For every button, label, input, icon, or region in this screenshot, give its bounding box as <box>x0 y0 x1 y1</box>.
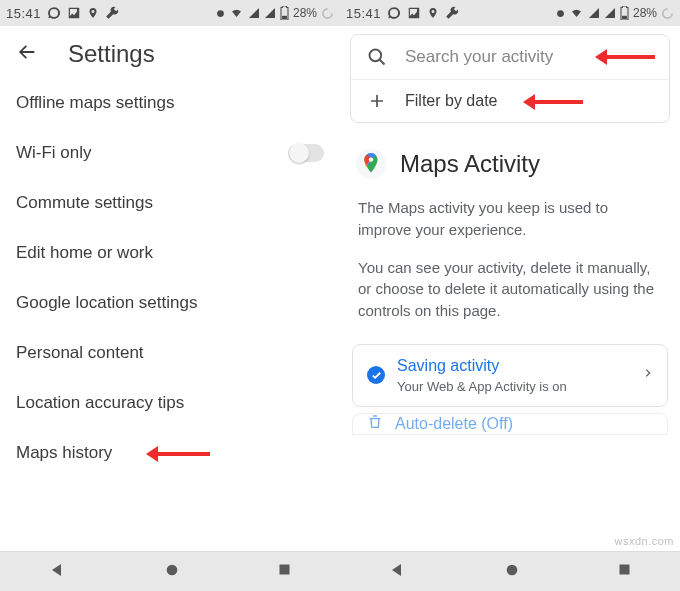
phone-left-settings: 15:41 28% Settings Offline maps settings… <box>0 0 340 591</box>
whatsapp-icon <box>387 6 401 20</box>
location-pin-icon <box>87 6 99 20</box>
settings-list: Offline maps settings Wi-Fi only Commute… <box>0 78 340 551</box>
search-placeholder: Search your activity <box>405 47 553 67</box>
google-maps-icon <box>356 149 386 179</box>
filter-by-date-row[interactable]: Filter by date <box>351 79 669 122</box>
nav-recent-icon[interactable] <box>277 562 292 581</box>
description-paragraph: You can see your activity, delete it man… <box>340 249 680 330</box>
plus-icon <box>365 92 389 110</box>
svg-point-2 <box>166 564 177 575</box>
description-paragraph: The Maps activity you keep is used to im… <box>340 189 680 249</box>
auto-delete-card[interactable]: Auto-delete (Off) <box>352 413 668 435</box>
annotation-arrow-icon <box>150 452 210 456</box>
battery-percent: 28% <box>633 6 657 20</box>
svg-rect-3 <box>279 565 289 575</box>
signal-icon <box>604 7 616 19</box>
signal-icon <box>264 7 276 19</box>
image-icon <box>67 6 81 20</box>
annotation-arrow-icon <box>527 100 583 104</box>
nav-home-icon[interactable] <box>504 562 520 582</box>
signal-icon <box>248 7 260 19</box>
whatsapp-icon <box>47 6 61 20</box>
clock: 15:41 <box>6 6 41 21</box>
nav-back-icon[interactable] <box>389 561 407 583</box>
wrench-icon <box>445 6 459 20</box>
location-pin-icon <box>427 6 439 20</box>
status-bar: 15:41 28% <box>0 0 340 26</box>
clock: 15:41 <box>346 6 381 21</box>
check-circle-icon <box>367 366 385 384</box>
settings-item-maps-history[interactable]: Maps history <box>0 428 340 478</box>
svg-rect-9 <box>619 565 629 575</box>
watermark: wsxdn.com <box>614 535 674 547</box>
annotation-arrow-icon <box>599 55 655 59</box>
maps-activity-header: Maps Activity <box>340 123 680 189</box>
nav-recent-icon[interactable] <box>617 562 632 581</box>
section-title: Maps Activity <box>400 150 540 178</box>
filter-label: Filter by date <box>405 92 497 110</box>
saving-activity-card[interactable]: Saving activity Your Web & App Activity … <box>352 344 668 407</box>
svg-point-0 <box>217 10 224 17</box>
saving-activity-title: Saving activity <box>397 357 643 375</box>
nav-bar <box>340 551 680 591</box>
settings-item-offline-maps[interactable]: Offline maps settings <box>0 78 340 128</box>
settings-item-accuracy-tips[interactable]: Location accuracy tips <box>0 378 340 428</box>
saving-activity-subtitle: Your Web & App Activity is on <box>397 379 643 394</box>
battery-icon <box>280 6 289 20</box>
svg-rect-5 <box>622 16 627 19</box>
battery-percent: 28% <box>293 6 317 20</box>
settings-item-wifi-only[interactable]: Wi-Fi only <box>0 128 340 178</box>
back-icon[interactable] <box>16 41 38 67</box>
circle-icon <box>216 9 225 18</box>
search-activity-row[interactable]: Search your activity <box>351 35 669 79</box>
phone-right-activity: 15:41 28% Search your activity Filter by… <box>340 0 680 591</box>
wrench-icon <box>105 6 119 20</box>
auto-delete-label: Auto-delete (Off) <box>395 415 513 433</box>
svg-point-4 <box>557 10 564 17</box>
settings-item-google-location[interactable]: Google location settings <box>0 278 340 328</box>
loading-icon <box>321 7 334 20</box>
search-icon <box>365 47 389 67</box>
signal-icon <box>588 7 600 19</box>
trash-icon <box>367 414 383 434</box>
loading-icon <box>661 7 674 20</box>
image-icon <box>407 6 421 20</box>
wifi-icon <box>569 7 584 19</box>
svg-point-7 <box>369 157 373 161</box>
status-bar: 15:41 28% <box>340 0 680 26</box>
wifi-icon <box>229 7 244 19</box>
search-filter-card: Search your activity Filter by date <box>350 34 670 123</box>
nav-home-icon[interactable] <box>164 562 180 582</box>
svg-rect-1 <box>282 16 287 19</box>
svg-point-8 <box>506 564 517 575</box>
svg-point-6 <box>370 50 382 62</box>
wifi-only-toggle[interactable] <box>288 144 324 162</box>
circle-icon <box>556 9 565 18</box>
settings-item-edit-home-work[interactable]: Edit home or work <box>0 228 340 278</box>
app-header: Settings <box>0 26 340 78</box>
nav-bar <box>0 551 340 591</box>
chevron-right-icon <box>643 365 653 385</box>
settings-item-personal-content[interactable]: Personal content <box>0 328 340 378</box>
page-title: Settings <box>68 40 155 68</box>
nav-back-icon[interactable] <box>49 561 67 583</box>
settings-item-commute[interactable]: Commute settings <box>0 178 340 228</box>
battery-icon <box>620 6 629 20</box>
